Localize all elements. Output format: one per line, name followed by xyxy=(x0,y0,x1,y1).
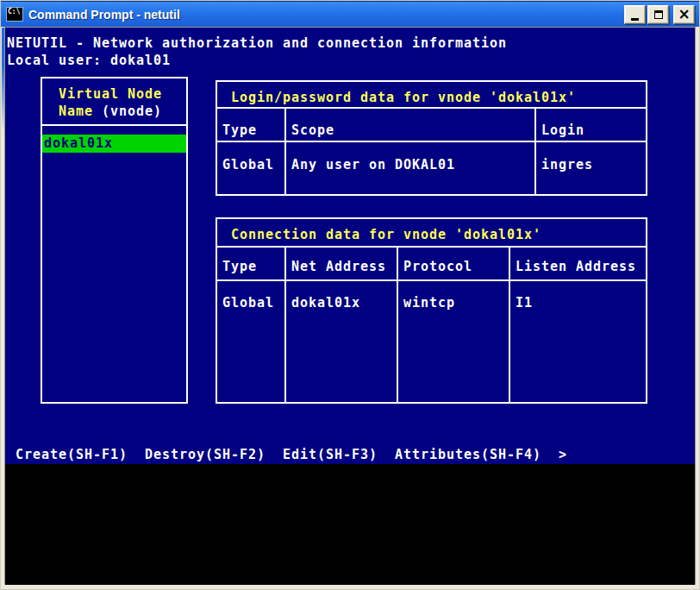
menu-item-edit[interactable]: Edit(SH-F3) xyxy=(283,446,378,463)
netutil-header: NETUTIL - Network authorization and conn… xyxy=(7,35,507,52)
connection-data-table: Connection data for vnode 'dokal01x' Typ… xyxy=(216,217,647,404)
vnode-list-item-selected[interactable]: dokal01x xyxy=(42,135,186,153)
login-table-title-divider xyxy=(216,107,647,109)
connection-table-col-divider-3 xyxy=(509,246,510,404)
maximize-button[interactable] xyxy=(647,5,669,24)
vnode-panel-title-line1: Virtual Node xyxy=(59,85,162,103)
connection-cell-type: Global xyxy=(222,294,274,311)
connection-table-col-divider-1 xyxy=(284,246,286,404)
connection-table-title: Connection data for vnode 'dokal01x' xyxy=(231,226,541,243)
command-prompt-window: C:\ Command Prompt - netutil × NETUTIL -… xyxy=(0,0,700,590)
connection-header-listen-address: Listen Address xyxy=(516,258,636,275)
menu-more-indicator[interactable]: > xyxy=(559,446,567,463)
console-unused-area xyxy=(5,464,695,585)
login-header-type: Type xyxy=(222,122,257,139)
connection-table-col-divider-2 xyxy=(397,246,398,404)
title-bar[interactable]: C:\ Command Prompt - netutil × xyxy=(1,1,699,27)
maximize-icon xyxy=(654,10,663,19)
close-button[interactable]: × xyxy=(673,5,695,24)
login-header-scope: Scope xyxy=(291,122,334,139)
connection-header-net-address: Net Address xyxy=(291,258,386,275)
local-user-label: Local user: dokal01 xyxy=(7,52,171,69)
command-prompt-icon-text: C:\ xyxy=(7,8,20,16)
vnode-panel-title-line2: Name (vnode) xyxy=(59,103,162,120)
window-title: Command Prompt - netutil xyxy=(28,8,624,22)
vnode-panel-title-vnode: (vnode) xyxy=(102,104,162,119)
vnode-list-panel: Virtual Node Name (vnode) dokal01x xyxy=(41,77,188,404)
menu-item-create[interactable]: Create(SH-F1) xyxy=(16,446,128,463)
connection-cell-listen-address: I1 xyxy=(516,294,533,311)
netutil-screen: NETUTIL - Network authorization and conn… xyxy=(5,28,695,464)
connection-cell-protocol: wintcp xyxy=(403,294,455,311)
minimize-icon xyxy=(631,18,639,21)
console-area: NETUTIL - Network authorization and conn… xyxy=(5,28,695,584)
login-table-col-divider-2 xyxy=(534,107,536,196)
login-password-table: Login/password data for vnode 'dokal01x'… xyxy=(216,80,647,196)
connection-table-header-divider xyxy=(216,279,647,281)
menu-item-attributes[interactable]: Attributes(SH-F4) xyxy=(395,446,541,463)
connection-header-protocol: Protocol xyxy=(403,258,472,275)
vnode-panel-divider xyxy=(41,124,188,126)
minimize-button[interactable] xyxy=(624,5,646,24)
login-header-login: Login xyxy=(541,122,584,139)
command-prompt-icon: C:\ xyxy=(6,7,23,22)
connection-table-title-divider xyxy=(216,246,647,248)
connection-cell-net-address: dokal01x xyxy=(291,294,360,311)
window-controls: × xyxy=(624,5,695,24)
connection-header-type: Type xyxy=(222,258,257,275)
login-cell-type: Global xyxy=(222,156,274,173)
login-table-header-divider xyxy=(216,141,647,142)
menu-item-destroy[interactable]: Destroy(SH-F2) xyxy=(145,446,266,463)
vnode-panel-title-name: Name xyxy=(59,104,93,119)
close-icon: × xyxy=(678,7,690,22)
login-table-col-divider-1 xyxy=(284,107,286,196)
login-cell-login: ingres xyxy=(541,156,593,173)
login-table-title: Login/password data for vnode 'dokal01x' xyxy=(231,89,576,106)
login-cell-scope: Any user on DOKAL01 xyxy=(291,156,455,173)
menu-bar: Create(SH-F1) Destroy(SH-F2) Edit(SH-F3)… xyxy=(16,446,584,463)
